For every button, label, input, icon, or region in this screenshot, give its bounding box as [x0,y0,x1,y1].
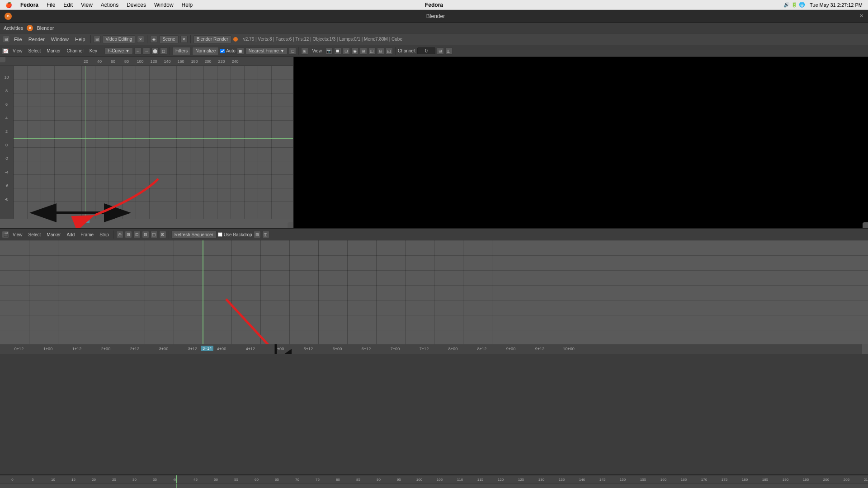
titlebar-left: B [5,13,12,20]
seq-icon-4[interactable]: ⊟ [142,231,149,238]
seq-tick-9: 5+00 [265,347,294,351]
seq-icon-6[interactable]: ⊠ [159,231,166,238]
video-editing-btn[interactable]: Video Editing [103,35,136,43]
graph-btn-11[interactable]: ⊟ [377,47,384,55]
graph-canvas[interactable]: 86 [14,66,293,219]
graph-btn-8[interactable]: ◉ [351,47,359,55]
seq-tick-10: 5+12 [294,347,323,351]
separator-2 [147,35,147,43]
seq-icon-2[interactable]: ⊞ [125,231,132,238]
help-menu[interactable]: Help [73,36,88,42]
seq-extra-btn1[interactable]: ⊞ [254,231,261,238]
menu-edit[interactable]: Edit [63,2,73,8]
refresh-seq-btn[interactable]: Refresh Sequencer [171,230,217,239]
menu-file[interactable]: File [47,2,55,8]
graph-btn-10[interactable]: ◫ [368,47,376,55]
menu-devices[interactable]: Devices [127,2,146,8]
graph-btn-6[interactable]: 🔲 [334,47,341,55]
seq-frame-menu[interactable]: Frame [78,232,96,238]
backdrop-checkbox[interactable]: Use Backdrop [218,232,252,237]
layout-icon-btn[interactable]: ⊞ [94,36,101,43]
curve-btn-4[interactable]: ◻ [160,47,167,55]
seq-editor-type-btn[interactable]: 🎬 [2,231,9,238]
seq-scrollbar-right[interactable] [862,344,868,354]
graph-btn-12[interactable]: ◰ [386,47,393,55]
seq-marker-menu[interactable]: Marker [44,232,63,238]
seq-tick-2: 1+12 [62,347,91,351]
graph-btn-5[interactable]: 📷 [326,47,333,55]
close-workspace-btn[interactable]: ✕ [137,36,144,43]
graph-marker-menu[interactable]: Marker [44,48,63,54]
render-menu[interactable]: Render [26,36,47,42]
window-menu[interactable]: Window [49,36,71,42]
curve-btn-3[interactable]: ⬤ [151,47,159,55]
graph-view-menu[interactable]: View [10,48,25,54]
timeline-playhead [176,475,177,483]
activities-bar: Activities B Blender [0,23,868,33]
workspace-icon-btn[interactable]: ⊞ [3,36,10,43]
grid-v-6 [95,66,95,219]
scene-icon-btn[interactable]: ◈ [150,36,157,43]
close-icon[interactable]: ✕ [859,13,863,19]
close-scene-btn[interactable]: ✕ [180,36,188,43]
graph-channel-menu[interactable]: Channel [64,48,85,54]
preview-area [294,57,868,228]
channel-extra-btn1[interactable]: ⊞ [437,47,444,55]
seq-grid-v-1 [29,240,29,344]
timeline-playhead-line [176,483,177,488]
timeline-canvas[interactable] [0,483,868,488]
sequencer-content[interactable] [0,240,868,344]
menu-actions[interactable]: Actions [101,2,118,8]
graph-btn-9[interactable]: ⊞ [360,47,367,55]
channel-value-input[interactable] [417,47,435,54]
render-engine-btn[interactable]: Blender Render [193,35,231,43]
seq-icon-1[interactable]: ◷ [116,231,123,238]
graph-key-menu[interactable]: Key [87,48,99,54]
normalize-btn[interactable]: Normalize [192,47,219,55]
graph-editor-type-btn[interactable]: 📈 [2,47,9,55]
blender-app-label[interactable]: Blender [37,25,54,31]
graph-select-menu[interactable]: Select [26,48,43,54]
scene-btn[interactable]: Scene [159,35,178,43]
menu-view[interactable]: View [81,2,93,8]
tl-tick-10: 10 [43,478,63,482]
auto-checkbox[interactable]: Auto [220,48,236,53]
seq-view-menu[interactable]: View [10,232,25,238]
apple-logo-icon[interactable]: 🍎 [5,2,12,8]
seq-tick-0: 0+12 [5,347,33,351]
channel-extra-btn2[interactable]: ◫ [445,47,453,55]
corner-resize-widget[interactable] [288,222,293,228]
graph-view2-menu[interactable]: View [310,48,324,54]
graph-btn-7[interactable]: ⊡ [343,47,350,55]
seq-add-menu[interactable]: Add [64,232,77,238]
graph-sep-1 [102,47,102,55]
curve-btn-2[interactable]: → [143,47,150,55]
curve-btn-1[interactable]: ← [134,47,142,55]
corner-tl-widget[interactable] [0,57,5,62]
activities-label[interactable]: Activities [4,25,23,31]
grid-v-17 [244,66,245,219]
curve-type-dropdown[interactable]: F-Curve ▼ [104,47,133,54]
blender-title: Blender [426,13,445,19]
file-menu[interactable]: File [12,36,24,42]
nf-btn-1[interactable]: ◻ [289,47,296,55]
sequencer-toolbar: 🎬 View Select Marker Add Frame Strip ◷ ⊞… [0,229,868,240]
seq-select-menu[interactable]: Select [26,232,43,238]
grid-v-12 [176,66,177,219]
seq-icon-3[interactable]: ⊡ [133,231,141,238]
seq-strip-menu[interactable]: Strip [97,232,111,238]
grid-h-5 [14,134,293,134]
grid-v-14 [203,66,204,219]
auto-checkbox-input[interactable] [220,49,225,53]
backdrop-checkbox-input[interactable] [218,232,222,237]
seq-extra-btn2[interactable]: ◫ [262,231,269,238]
filters-btn[interactable]: Filters [172,47,191,55]
nearest-frame-dropdown[interactable]: Nearest Frame ▼ [245,47,288,54]
main-content: 📈 View Select Marker Channel Key F-Curve… [0,45,868,488]
menu-help[interactable]: Help [182,2,193,8]
view2-icon-btn[interactable]: ⊞ [301,47,308,55]
preview-corner-widget[interactable] [863,222,868,228]
seq-icon-5[interactable]: ◫ [151,231,158,238]
auto-icon-btn[interactable]: ◼ [237,47,244,55]
menu-window[interactable]: Window [154,2,174,8]
